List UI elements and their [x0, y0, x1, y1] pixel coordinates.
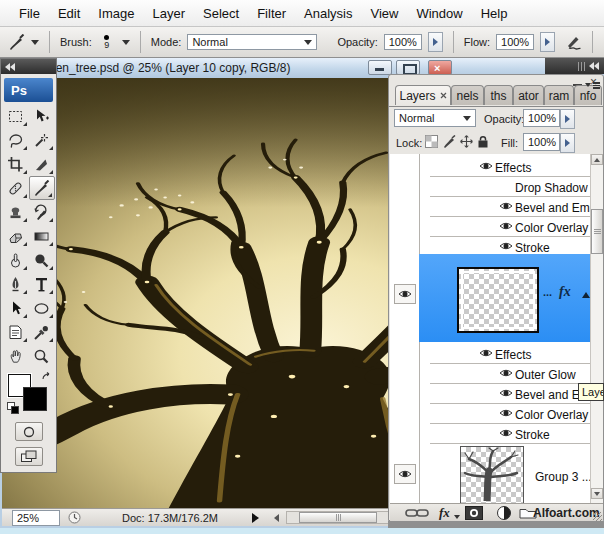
airbrush-icon[interactable] [565, 34, 582, 51]
screen-mode-button[interactable] [15, 447, 43, 466]
dodge-tool[interactable] [29, 248, 55, 272]
visibility-eye-icon[interactable] [499, 201, 513, 211]
visibility-eye-icon[interactable] [499, 428, 513, 438]
horizontal-scroll-thumb[interactable] [299, 512, 377, 523]
panel-resize-grip[interactable] [593, 512, 602, 521]
visibility-eye-icon[interactable] [499, 388, 513, 398]
effect-row-drop-shadow[interactable]: Drop Shadow [430, 177, 590, 197]
version-cue-clock-icon[interactable] [68, 511, 81, 524]
brush-preview[interactable]: 9 [98, 35, 116, 50]
healing-brush-tool[interactable] [3, 176, 29, 200]
group-layer-thumbnail[interactable] [460, 446, 524, 504]
eraser-tool[interactable] [3, 224, 29, 248]
lock-transparency-icon[interactable] [425, 135, 438, 148]
collapse-effects-arrow[interactable] [582, 292, 590, 298]
add-layer-mask-icon[interactable] [465, 506, 483, 520]
swap-colors-icon[interactable] [41, 372, 53, 384]
effect-row-outer-glow[interactable]: Outer Glow [430, 364, 590, 384]
blend-mode-select[interactable]: Normal [394, 109, 476, 127]
slice-tool[interactable] [29, 152, 55, 176]
flow-slider-button[interactable] [540, 32, 555, 52]
hand-tool[interactable] [3, 344, 29, 368]
collapse-toolbox-icon[interactable] [5, 61, 15, 73]
layers-scrollbar[interactable] [590, 154, 603, 504]
gradient-tool[interactable] [29, 224, 55, 248]
visibility-eye-icon[interactable] [499, 241, 513, 251]
smudge-tool[interactable] [3, 248, 29, 272]
layer-fx-badge[interactable]: fx [559, 284, 571, 300]
menu-item-image[interactable]: Image [89, 2, 143, 25]
zoom-tool[interactable] [29, 344, 55, 368]
effect-row-stroke[interactable]: Stroke [430, 424, 590, 444]
tab-channels[interactable]: nels [451, 85, 484, 105]
magic-wand-tool[interactable] [29, 128, 55, 152]
panel-menu-button[interactable] [585, 81, 601, 95]
lock-position-icon[interactable] [460, 135, 473, 148]
tab-histogram[interactable]: ram [544, 85, 574, 105]
visibility-eye-icon[interactable] [479, 161, 493, 171]
menu-item-file[interactable]: File [10, 2, 49, 25]
tab-paths[interactable]: ths [484, 85, 513, 105]
scroll-up-button[interactable] [591, 154, 603, 165]
group-layer-row[interactable]: Group 3 ... [419, 444, 592, 504]
pen-tool[interactable] [3, 272, 29, 296]
eyedropper-tool[interactable] [29, 320, 55, 344]
visibility-eye-icon[interactable] [479, 348, 493, 358]
default-colors-icon[interactable] [7, 402, 18, 413]
menu-item-view[interactable]: View [361, 2, 407, 25]
clone-stamp-tool[interactable] [3, 200, 29, 224]
quick-mask-button[interactable] [15, 422, 43, 441]
brush-tool-selected[interactable] [29, 176, 55, 200]
lasso-tool[interactable] [3, 128, 29, 152]
horizontal-scrollbar[interactable] [286, 511, 394, 524]
dock-header-bar[interactable] [545, 58, 604, 74]
menu-item-window[interactable]: Window [407, 2, 471, 25]
menu-item-filter[interactable]: Filter [248, 2, 295, 25]
background-color-swatch[interactable] [23, 387, 47, 411]
scroll-thumb[interactable] [591, 209, 603, 254]
opacity-slider-button[interactable] [428, 32, 443, 52]
history-brush-tool[interactable] [29, 200, 55, 224]
marquee-tool[interactable] [3, 104, 29, 128]
layer-visibility-eye[interactable] [394, 464, 416, 484]
hscroll-left-button[interactable] [270, 511, 283, 524]
notes-tool[interactable] [3, 320, 29, 344]
visibility-eye-icon[interactable] [499, 221, 513, 231]
menu-item-layer[interactable]: Layer [144, 2, 195, 25]
collapse-dock-icon[interactable] [589, 60, 599, 72]
layer-thumbnail-transparent[interactable] [457, 267, 539, 333]
layer-style-fx-icon[interactable]: fx [439, 505, 450, 521]
menu-item-select[interactable]: Select [194, 2, 248, 25]
scroll-down-button[interactable] [591, 488, 603, 499]
layer-visibility-eye[interactable] [394, 284, 416, 304]
layer-opacity-slider-button[interactable] [560, 109, 575, 129]
effect-row-bevel-emboss[interactable]: Bevel and Emb... [430, 197, 590, 217]
path-selection-tool[interactable] [3, 296, 29, 320]
type-tool[interactable] [29, 272, 55, 296]
crop-tool[interactable] [3, 152, 29, 176]
menu-item-edit[interactable]: Edit [49, 2, 89, 25]
fill-input[interactable]: 100% [523, 133, 560, 151]
opacity-input[interactable]: 100% [384, 34, 422, 50]
menu-item-help[interactable]: Help [472, 2, 517, 25]
effect-row-color-overlay[interactable]: Color Overlay [430, 217, 590, 237]
tab-close-icon[interactable] [440, 92, 447, 99]
link-layers-icon[interactable] [405, 508, 429, 518]
effect-row-bevel-emboss[interactable]: Bevel and Emb [430, 384, 590, 404]
fill-slider-button[interactable] [560, 133, 575, 153]
flow-input[interactable]: 100% [496, 34, 534, 50]
effects-header-row[interactable]: Effects [430, 157, 590, 177]
brush-dropdown-arrow[interactable] [122, 40, 130, 45]
shape-tool[interactable] [29, 296, 55, 320]
menu-item-analysis[interactable]: Analysis [295, 2, 361, 25]
mode-select[interactable]: Normal [187, 34, 317, 50]
selected-layer-row[interactable]: ... fx [419, 254, 592, 342]
move-tool[interactable] [29, 104, 55, 128]
tool-preset-brush-icon[interactable] [8, 34, 25, 51]
effect-row-color-overlay[interactable]: Color Overlay [430, 404, 590, 424]
toolbox-header[interactable] [1, 59, 56, 74]
document-size-info[interactable]: Doc: 17.3M/176.2M [122, 512, 218, 524]
tab-layers[interactable]: Layers [395, 85, 451, 105]
new-adjustment-layer-icon[interactable] [496, 505, 512, 521]
visibility-eye-icon[interactable] [499, 368, 513, 378]
